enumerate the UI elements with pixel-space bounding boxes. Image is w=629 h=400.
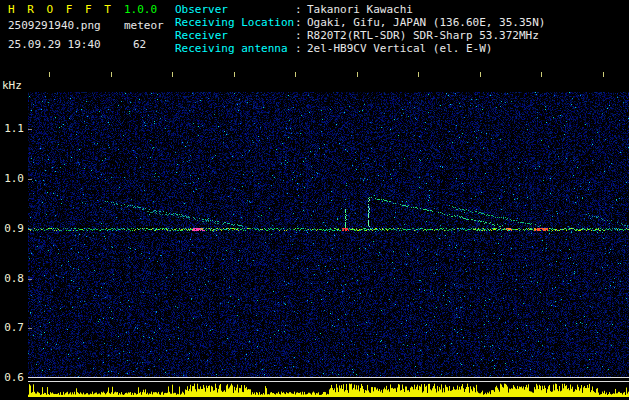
meta-value: R820T2(RTL-SDR) SDR-Sharp 53.372MHz [307, 29, 539, 42]
app-version: 1.0.0 [124, 3, 157, 16]
meta-colon: : [295, 42, 307, 55]
meta-value: Ogaki, Gifu, JAPAN (136.60E, 35.35N) [307, 16, 545, 29]
meta-value: 2el-HB9CV Vertical (el. E-W) [307, 42, 492, 55]
freq-axis-label: 0.6 [0, 371, 24, 384]
meta-value: Takanori Kawachi [307, 3, 413, 16]
freq-axis-label: 0.8 [0, 272, 24, 285]
meta-colon: : [295, 3, 307, 16]
freq-axis-label: 1.0 [0, 172, 24, 185]
meta-row-antenna: Receiving antenna : 2el-HB9CV Vertical (… [175, 42, 545, 55]
freq-axis-label: 1.1 [0, 122, 24, 135]
mode-label: meteor [124, 19, 164, 32]
meta-colon: : [295, 29, 307, 42]
meta-colon: : [295, 16, 307, 29]
separator-line-top [28, 377, 629, 378]
metadata-block: Observer : Takanori Kawachi Receiving Lo… [175, 3, 545, 55]
signal-meter-canvas [28, 383, 629, 397]
app-title: H R O F F T [8, 3, 114, 16]
freq-axis-label: 0.7 [0, 321, 24, 334]
meta-row-location: Receiving Location : Ogaki, Gifu, JAPAN … [175, 16, 545, 29]
file-name: 2509291940.png [8, 19, 101, 32]
datetime-label: 25.09.29 19:40 [8, 38, 101, 51]
freq-axis-label: 0.9 [0, 222, 24, 235]
spectrogram-canvas [28, 72, 629, 377]
meta-label: Receiving antenna [175, 42, 295, 55]
meta-row-receiver: Receiver : R820T2(RTL-SDR) SDR-Sharp 53.… [175, 29, 545, 42]
hrofft-output: H R O F F T 1.0.0 2509291940.png meteor … [0, 0, 629, 400]
meta-label: Receiver [175, 29, 295, 42]
echo-count: 62 [133, 38, 146, 51]
meta-row-observer: Observer : Takanori Kawachi [175, 3, 545, 16]
meta-label: Receiving Location [175, 16, 295, 29]
meta-label: Observer [175, 3, 295, 16]
separator-line-bottom [28, 381, 629, 382]
freq-axis-unit-label: kHz [2, 79, 22, 92]
